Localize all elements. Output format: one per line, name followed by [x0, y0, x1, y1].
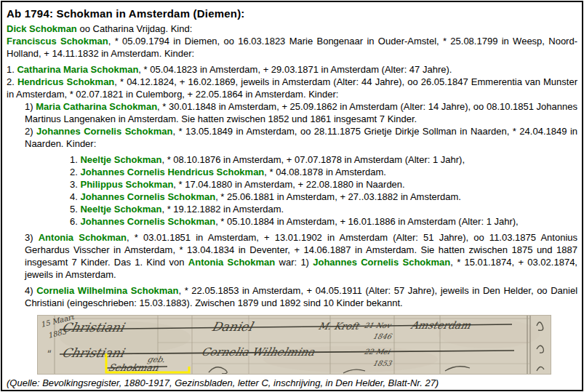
paragraph: 2) Johannes Cornelis Schokman, * 13.05.1…	[25, 125, 577, 150]
person-name: Hendricus Schokman	[17, 76, 114, 87]
genealogy-document-page: Ab 1794: Schokman in Amsterdam (Diemen):…	[1, 1, 583, 391]
text-run: 5.	[70, 204, 80, 215]
paragraph: 1. Catharina Maria Schokman, * 05.04.182…	[7, 63, 577, 76]
register-scan: 15 Maart 1883 Christiani Daniel M. Kroft…	[37, 315, 551, 375]
paragraph: 4) Cornelia Wilhelmina Schokman, * 22.05…	[25, 284, 577, 309]
scan-birthyear-row1: 1846	[372, 332, 394, 340]
text-run: , * 19.12.1882 in Amsterdam.	[161, 204, 284, 215]
paragraph: 1) Maria Catharina Schokman, * 30.01.184…	[25, 100, 577, 125]
text-run: 2.	[70, 167, 80, 177]
scan-surname-row2: Christiani	[60, 345, 127, 360]
text-run: 1)	[25, 101, 36, 112]
text-run: , * 05.10.1884 in Amsterdam, + 16.01.188…	[215, 216, 519, 227]
paragraph: Franciscus Schokman, * 05.09.1794 in Die…	[7, 35, 577, 60]
person-name: Johannes Cornelis Hendricus Schokman	[80, 167, 264, 177]
page-title: Ab 1794: Schokman in Amsterdam (Diemen):	[7, 7, 577, 20]
person-name: Johannes Cornelis Schokman	[313, 257, 450, 268]
paragraph: 2. Hendricus Schokman, * 04.12.1824, + 1…	[7, 76, 577, 100]
person-name: Neeltje Schokman	[80, 204, 161, 215]
person-name: Franciscus Schokman	[7, 36, 108, 47]
text-run: oo Catharina Vrijdag. Kind:	[77, 23, 193, 34]
paragraph: 5. Neeltje Schokman, * 19.12.1882 in Ams…	[70, 203, 577, 215]
paragraph: 4. Johannes Cornelis Schokman, * 25.06.1…	[70, 191, 577, 203]
person-name: Johannes Cornelis Schokman	[80, 216, 215, 227]
text-run: 4.	[70, 191, 80, 202]
person-name: Maria Catharina Schokman	[36, 101, 157, 112]
person-name: Antonia Schokman	[39, 232, 127, 243]
text-run: 2.	[7, 76, 17, 87]
text-run: war: 1)	[275, 257, 313, 268]
text-run: , * 17.04.1880 in Amsterdam, + 22.08.188…	[173, 179, 404, 190]
paragraph: 2. Johannes Cornelis Hendricus Schokman,…	[70, 166, 577, 178]
person-name: Philippus Schokman	[80, 179, 173, 190]
text-run: , * 25.06.1881 in Amsterdam, + 27..03.18…	[215, 191, 461, 202]
text-run: 1.	[7, 64, 17, 75]
register-scan-image: 15 Maart 1883 Christiani Daniel M. Kroft…	[38, 316, 551, 374]
genealogy-text-block: Dick Schokman oo Catharina Vrijdag. Kind…	[7, 23, 577, 309]
person-name: Johannes Cornelis Schokman	[80, 191, 215, 202]
text-run: 1.	[70, 154, 80, 165]
scan-givenname-row1: Daniel	[210, 319, 255, 334]
text-run: , * 05.04.1823 in Amsterdam, + 29.03.187…	[138, 64, 452, 75]
person-name: Cornelia Wilhelmina Schokman	[36, 285, 178, 296]
scan-birthyear-row2: 1853	[372, 359, 394, 367]
text-run: 2)	[25, 126, 36, 137]
scan-surname-row1: Christiani	[60, 320, 127, 335]
paragraph: Dick Schokman oo Catharina Vrijdag. Kind…	[7, 23, 577, 35]
paragraph: 3) Antonia Schokman, * 03.01.1851 in Ams…	[25, 231, 577, 281]
person-name: Antonia Schokman	[188, 257, 275, 268]
person-name: Johannes Cornelis Schokman	[36, 126, 172, 137]
text-run: , * 08.10.1876 in Amsterdam, + 07.07.187…	[161, 154, 465, 165]
text-run: 4)	[25, 285, 36, 296]
text-run: 6.	[70, 216, 80, 227]
person-name: Dick Schokman	[7, 23, 77, 34]
source-caption: (Quelle: Bevolkingsregister, 1880-1917, …	[7, 377, 577, 388]
person-name: Neeltje Schokman	[80, 154, 161, 165]
text-run: , * 04.08.1878 in Amsterdam.	[264, 167, 386, 177]
text-run: 3.	[70, 179, 80, 190]
paragraph: 3. Philippus Schokman, * 17.04.1880 in A…	[70, 178, 577, 191]
paragraph: 6. Johannes Cornelis Schokman, * 05.10.1…	[70, 215, 577, 228]
person-name: Catharina Maria Schokman	[17, 64, 138, 75]
text-run: 3)	[25, 232, 39, 243]
paragraph: 1. Neeltje Schokman, * 08.10.1876 in Ams…	[70, 153, 577, 166]
